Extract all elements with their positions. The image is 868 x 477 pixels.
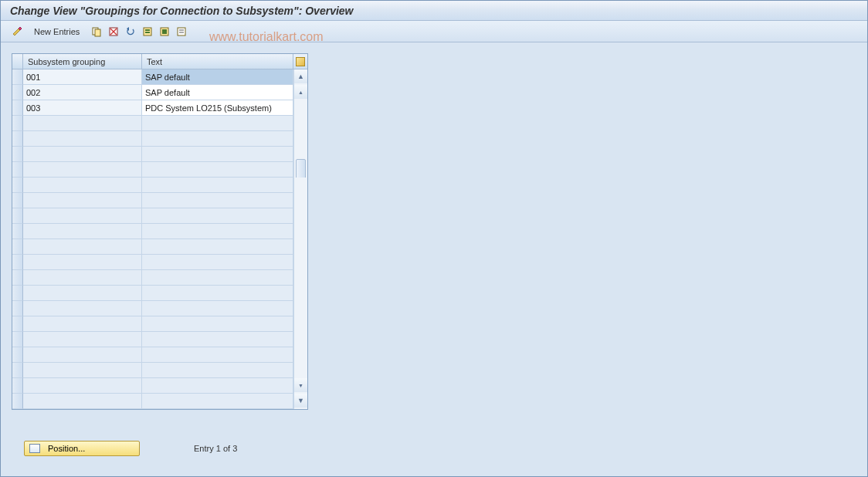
cell-text[interactable] (142, 193, 293, 208)
cell-text[interactable] (142, 394, 293, 409)
cell-grouping[interactable] (23, 301, 142, 316)
row-selector[interactable] (12, 193, 23, 208)
scroll-page-down-icon[interactable]: ▼ (294, 378, 307, 392)
cell-text[interactable] (142, 224, 293, 239)
cell-text[interactable] (142, 239, 293, 255)
row-selector[interactable] (12, 162, 23, 178)
row-selector[interactable] (12, 85, 23, 100)
cell-grouping[interactable] (23, 270, 142, 286)
table-row[interactable] (12, 332, 307, 347)
row-selector[interactable] (12, 286, 23, 301)
table-row[interactable] (12, 316, 307, 332)
row-selector[interactable] (12, 147, 23, 162)
cell-text[interactable] (142, 316, 293, 332)
row-selector[interactable] (12, 255, 23, 270)
table-row[interactable] (12, 270, 307, 286)
table-row[interactable] (12, 363, 307, 378)
cell-text[interactable]: SAP default (142, 69, 293, 85)
row-selector[interactable] (12, 316, 23, 332)
table-row[interactable] (12, 208, 307, 224)
column-header-grouping[interactable]: Subsystem grouping (23, 54, 142, 69)
cell-text[interactable] (142, 286, 293, 301)
copy-icon[interactable] (90, 25, 103, 39)
cell-grouping[interactable] (23, 286, 142, 301)
cell-text[interactable]: PDC System LO215 (Subsystem) (142, 100, 293, 116)
toggle-change-icon[interactable] (10, 25, 24, 39)
cell-grouping[interactable] (23, 332, 142, 347)
cell-text[interactable] (142, 347, 293, 363)
row-selector[interactable] (12, 224, 23, 239)
cell-grouping[interactable] (23, 378, 142, 394)
cell-text[interactable] (142, 147, 293, 162)
table-row[interactable]: 002SAP default▲ (12, 85, 307, 100)
row-selector[interactable] (12, 131, 23, 147)
undo-icon[interactable] (124, 25, 137, 39)
table-row[interactable] (12, 147, 307, 162)
select-all-icon[interactable] (141, 25, 154, 39)
scroll-page-up-icon[interactable]: ▲ (294, 85, 307, 99)
table-row[interactable]: ▼ (12, 378, 307, 394)
position-button[interactable]: Position... (24, 441, 140, 456)
table-row[interactable]: ▼ (12, 394, 307, 409)
table-row[interactable] (12, 255, 307, 270)
table-row[interactable] (12, 301, 307, 316)
cell-text[interactable] (142, 378, 293, 394)
table-row[interactable] (12, 239, 307, 255)
cell-text[interactable]: SAP default (142, 85, 293, 100)
row-selector[interactable] (12, 239, 23, 255)
cell-grouping[interactable] (23, 224, 142, 239)
table-row[interactable] (12, 131, 307, 147)
cell-grouping[interactable] (23, 255, 142, 270)
cell-grouping[interactable] (23, 316, 142, 332)
cell-text[interactable] (142, 255, 293, 270)
table-row[interactable] (12, 347, 307, 363)
scroll-up-icon[interactable]: ▲ (294, 69, 307, 83)
cell-grouping[interactable]: 002 (23, 85, 142, 100)
table-row[interactable] (12, 286, 307, 301)
table-row[interactable] (12, 178, 307, 193)
row-selector[interactable] (12, 394, 23, 409)
cell-grouping[interactable] (23, 208, 142, 224)
table-row[interactable] (12, 224, 307, 239)
row-selector[interactable] (12, 270, 23, 286)
cell-text[interactable] (142, 332, 293, 347)
table-settings-icon[interactable] (293, 54, 307, 69)
row-selector[interactable] (12, 208, 23, 224)
row-selector[interactable] (12, 116, 23, 131)
cell-text[interactable] (142, 208, 293, 224)
row-selector[interactable] (12, 378, 23, 394)
row-selector[interactable] (12, 363, 23, 378)
scroll-thumb[interactable] (296, 159, 306, 179)
cell-grouping[interactable] (23, 193, 142, 208)
cell-text[interactable] (142, 363, 293, 378)
cell-grouping[interactable] (23, 363, 142, 378)
table-row[interactable]: 001SAP default▲ (12, 69, 307, 85)
table-row[interactable] (12, 193, 307, 208)
cell-grouping[interactable]: 003 (23, 100, 142, 116)
row-selector[interactable] (12, 301, 23, 316)
cell-text[interactable] (142, 116, 293, 131)
column-header-text[interactable]: Text (142, 54, 293, 69)
row-selector[interactable] (12, 347, 23, 363)
row-selector[interactable] (12, 100, 23, 116)
cell-grouping[interactable]: 001 (23, 69, 142, 85)
cell-grouping[interactable] (23, 162, 142, 178)
cell-grouping[interactable] (23, 239, 142, 255)
cell-grouping[interactable] (23, 116, 142, 131)
table-row[interactable] (12, 116, 307, 131)
cell-grouping[interactable] (23, 347, 142, 363)
cell-text[interactable] (142, 131, 293, 147)
row-selector[interactable] (12, 69, 23, 85)
table-row[interactable] (12, 162, 307, 178)
cell-grouping[interactable] (23, 147, 142, 162)
scroll-down-icon[interactable]: ▼ (294, 394, 307, 408)
row-selector[interactable] (12, 332, 23, 347)
cell-text[interactable] (142, 162, 293, 178)
cell-text[interactable] (142, 270, 293, 286)
deselect-all-icon[interactable] (175, 25, 188, 39)
new-entries-button[interactable]: New Entries (29, 25, 85, 39)
cell-text[interactable] (142, 301, 293, 316)
cell-grouping[interactable] (23, 178, 142, 193)
table-row[interactable]: 003PDC System LO215 (Subsystem) (12, 100, 307, 116)
row-selector[interactable] (12, 178, 23, 193)
